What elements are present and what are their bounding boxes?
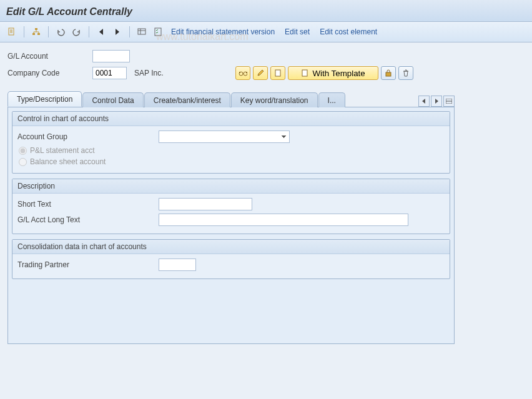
short-text-input[interactable] <box>159 198 252 210</box>
group-title-control: Control in chart of accounts <box>12 112 450 126</box>
radio-pl-row[interactable]: P&L statement acct <box>19 146 445 155</box>
long-text-input[interactable] <box>159 214 408 226</box>
group-control-chart: Control in chart of accounts Account Gro… <box>12 111 450 174</box>
tab-scroll-right[interactable] <box>431 96 442 107</box>
company-code-input[interactable] <box>92 67 127 79</box>
undo-icon <box>56 27 65 36</box>
group-description: Description Short Text G/L Acct Long Tex… <box>12 179 450 234</box>
trading-partner-label: Trading Partner <box>17 260 155 269</box>
radio-bs[interactable] <box>19 158 27 166</box>
content-area: G/L Account Company Code SAP Inc. With T… <box>0 42 532 399</box>
account-group-label: Account Group <box>17 132 155 141</box>
link-edit-fsv[interactable]: Edit financial statement version <box>167 26 278 38</box>
with-template-label: With Template <box>312 69 365 78</box>
group-title-description: Description <box>12 179 450 194</box>
separator <box>24 26 24 37</box>
triangle-left-icon <box>98 28 104 36</box>
display-button[interactable] <box>235 66 250 80</box>
svg-rect-10 <box>386 72 391 76</box>
create-button[interactable] <box>270 66 285 80</box>
svg-rect-8 <box>275 70 280 76</box>
group-body-control: Account Group P&L statement acct Balance… <box>12 126 450 173</box>
toolbar-btn-prev[interactable] <box>94 25 108 39</box>
tab-more[interactable]: I... <box>318 92 345 107</box>
separator <box>48 26 49 37</box>
company-name-text: SAP Inc. <box>134 69 163 77</box>
titlebar: Edit G/L Account Centrally <box>0 0 532 22</box>
toolbar: Edit financial statement version Edit se… <box>0 22 532 42</box>
tab-list-button[interactable] <box>443 96 455 107</box>
tab-scroll <box>418 96 455 107</box>
radio-bs-row[interactable]: Balance sheet account <box>19 157 445 166</box>
tab-create-bank-interest[interactable]: Create/bank/interest <box>144 92 230 107</box>
svg-rect-9 <box>302 70 307 76</box>
action-buttons: With Template <box>235 66 413 80</box>
trading-partner-input[interactable] <box>159 259 196 271</box>
tab-scroll-left[interactable] <box>418 96 430 107</box>
link-edit-set[interactable]: Edit set <box>281 26 313 38</box>
list-icon <box>446 99 452 104</box>
separator <box>129 26 130 37</box>
field-row-company-code: Company Code SAP Inc. With Template <box>7 66 525 80</box>
tab-type-description[interactable]: Type/Description <box>7 91 82 107</box>
redo-icon <box>72 27 81 36</box>
trash-icon <box>402 69 410 77</box>
group-title-consolidation: Consolidation data in chart of accounts <box>12 240 450 254</box>
toolbar-btn-display[interactable] <box>135 25 149 39</box>
gl-account-label: G/L Account <box>7 52 89 61</box>
glasses-icon <box>239 69 247 77</box>
svg-rect-2 <box>32 33 35 35</box>
checklist-icon <box>154 27 162 36</box>
triangle-right-icon <box>434 99 439 104</box>
svg-rect-3 <box>37 33 40 35</box>
svg-rect-4 <box>138 29 145 34</box>
triangle-right-icon <box>114 28 121 36</box>
tabstrip: Type/Description Control Data Create/ban… <box>7 91 525 344</box>
field-row-gl-account: G/L Account <box>7 50 525 62</box>
radio-bs-label: Balance sheet account <box>30 157 106 166</box>
account-group-select[interactable] <box>159 131 290 143</box>
company-code-label: Company Code <box>7 69 89 77</box>
tab-body: Control in chart of accounts Account Gro… <box>7 107 455 344</box>
toolbar-btn-back[interactable] <box>54 25 67 39</box>
edit-button[interactable] <box>253 66 268 80</box>
toolbar-btn-checklist[interactable] <box>151 25 165 39</box>
toolbar-btn-2[interactable] <box>29 25 43 39</box>
hierarchy-icon <box>32 27 41 36</box>
toolbar-btn-forward[interactable] <box>70 25 84 39</box>
radio-pl-label: P&L statement acct <box>30 146 95 155</box>
with-template-button[interactable]: With Template <box>288 66 378 80</box>
delete-button[interactable] <box>398 66 413 80</box>
display-icon <box>137 27 146 36</box>
tab-keyword-translation[interactable]: Key word/translation <box>231 92 318 107</box>
toolbar-btn-1[interactable] <box>5 25 19 39</box>
group-body-consolidation: Trading Partner <box>12 254 450 278</box>
short-text-label: Short Text <box>17 200 155 209</box>
gl-account-input[interactable] <box>92 50 130 62</box>
tab-control-data[interactable]: Control Data <box>82 92 143 107</box>
group-body-description: Short Text G/L Acct Long Text <box>12 194 450 234</box>
triangle-left-icon <box>421 99 426 104</box>
document-icon <box>7 27 16 36</box>
group-consolidation: Consolidation data in chart of accounts … <box>12 239 450 279</box>
pencil-icon <box>257 69 264 77</box>
long-text-label: G/L Acct Long Text <box>17 215 155 224</box>
link-edit-cost[interactable]: Edit cost element <box>316 26 381 38</box>
tabs-row: Type/Description Control Data Create/ban… <box>7 91 455 107</box>
lock-icon <box>385 69 392 77</box>
separator <box>89 26 89 37</box>
page-title: Edit G/L Account Centrally <box>6 6 526 17</box>
toolbar-btn-next[interactable] <box>111 25 124 39</box>
svg-rect-1 <box>35 28 37 30</box>
lock-button[interactable] <box>381 66 396 80</box>
radio-pl[interactable] <box>19 147 27 155</box>
page-icon <box>274 69 282 77</box>
page-icon <box>301 69 308 77</box>
